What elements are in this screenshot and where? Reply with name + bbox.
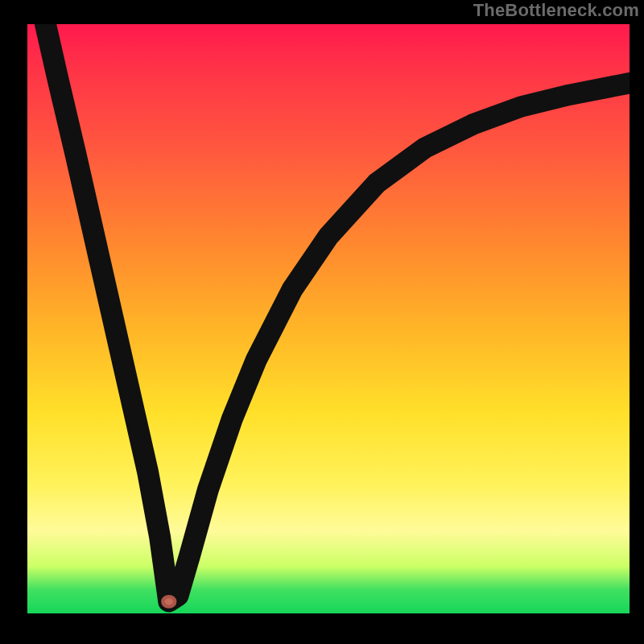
watermark-text: TheBottleneck.com bbox=[473, 0, 639, 21]
minimum-marker bbox=[163, 597, 175, 606]
curve-svg bbox=[27, 24, 630, 613]
chart-frame: TheBottleneck.com bbox=[0, 0, 644, 644]
bottleneck-curve bbox=[45, 24, 630, 601]
plot-area bbox=[27, 24, 630, 613]
